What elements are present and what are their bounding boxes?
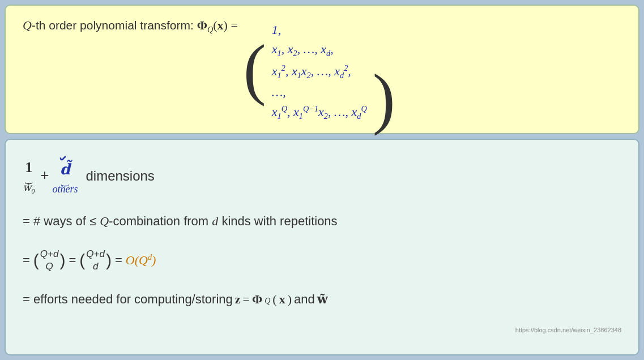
dimensions-line: 1 ⏟ w̃0 + d̃ ⏟ others dimensions — [23, 160, 621, 195]
row2-text: x12, x1x2, …, xd2, — [272, 64, 351, 78]
bold-x2: x — [279, 292, 285, 307]
binom1: ( Q+d Q ) — [33, 248, 66, 273]
equals-binom: = — [23, 253, 30, 268]
row1-text: x1, x2, …, xd, — [272, 42, 334, 56]
matrix-row-4: x1Q, x1Q−1x2, …, xdQ — [272, 104, 367, 122]
left-big-paren: ( — [244, 40, 266, 98]
matrix-content: 1, x1, x2, …, xd, x12, x1x2, …, xd2, …, … — [272, 17, 367, 122]
formula-intro: Q-th order polynomial transform: ΦQ(x) = — [23, 17, 238, 35]
big-o: O(Qd) — [126, 252, 156, 268]
paren-arg: ( — [213, 18, 217, 32]
matrix-row-0: 1, — [272, 23, 367, 37]
bold-x-arg: x — [217, 18, 224, 32]
efforts-text: = efforts needed for computing/storing — [23, 292, 233, 307]
efforts-line: = efforts needed for computing/storing z… — [23, 292, 621, 307]
matrix-row-1: x1, x2, …, xd, — [272, 42, 367, 58]
equals-o: = — [115, 253, 122, 268]
equals-z: = — [243, 292, 250, 307]
matrix-row-2: x12, x1x2, …, xd2, — [272, 63, 367, 80]
equals-binom2: = — [69, 253, 76, 268]
bold-w-tilde: w̃ — [317, 292, 328, 307]
d-tilde: d̃ — [60, 162, 70, 177]
underbrace-1: ⏟ — [25, 175, 32, 181]
row0-text: 1, — [272, 23, 282, 37]
intro-suffix: -th order polynomial transform: — [32, 19, 197, 32]
paren2-open: ( — [272, 292, 276, 307]
binom2-bot: d — [93, 260, 98, 273]
row4-text: x1Q, x1Q−1x2, …, xdQ — [272, 105, 367, 119]
dimensions-label: dimensions — [86, 168, 154, 195]
binom1-bot: Q — [46, 260, 53, 273]
underbrace-2: ⏟ — [61, 177, 69, 183]
close-paren-arg: ) — [224, 18, 228, 32]
right-big-paren: ) — [373, 70, 395, 127]
matrix-row-3: …, — [272, 85, 367, 100]
brace-group-2: d̃ ⏟ others — [52, 162, 78, 195]
ways-text: = # ways of ≤ — [23, 214, 100, 228]
ways-line: = # ways of ≤ Q-combination from d kinds… — [23, 214, 621, 229]
and-text: and — [294, 292, 315, 307]
binom2-top: Q+d — [86, 248, 105, 260]
q-text: Q — [23, 18, 32, 32]
paren2-close: ) — [288, 292, 292, 307]
row3-text: …, — [272, 85, 286, 99]
top-panel: Q-th order polynomial transform: ΦQ(x) =… — [5, 5, 639, 134]
phi-symbol: Φ — [197, 18, 207, 32]
phi-sub-q: Q — [207, 25, 213, 34]
url-text: https://blog.csdn.net/weixin_23862348 — [23, 327, 621, 333]
phi2-sub: Q — [265, 297, 270, 306]
bold-z: z — [235, 292, 241, 307]
binom2: ( Q+d d ) — [79, 248, 112, 273]
binom-line: = ( Q+d Q ) = ( Q+d d ) = O(Qd) — [23, 248, 621, 273]
brace-group-1: 1 ⏟ w̃0 — [23, 160, 35, 195]
equals-sign: = — [231, 18, 237, 32]
bottom-panel: 1 ⏟ w̃0 + d̃ ⏟ others dimensions = # way… — [5, 139, 639, 355]
brace-label-others: others — [52, 183, 78, 195]
phi2-symbol: Φ — [252, 292, 262, 307]
brace-label-w0: w̃0 — [23, 181, 35, 195]
binom1-top: Q+d — [40, 248, 59, 260]
plus-sign: + — [40, 166, 49, 195]
